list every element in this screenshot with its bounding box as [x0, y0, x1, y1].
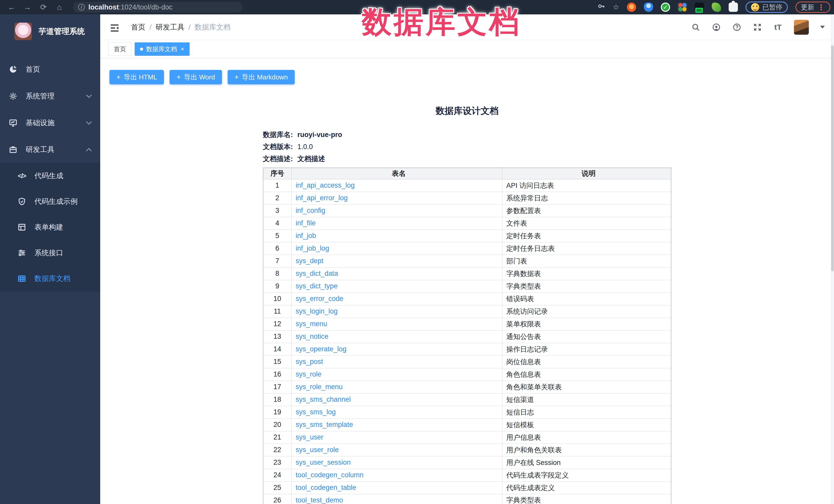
table-name-link[interactable]: inf_job_log — [296, 244, 329, 252]
table-name-link[interactable]: sys_sms_log — [296, 408, 336, 416]
sidebar-item-label: 基础设施 — [26, 118, 54, 128]
tab-db-doc[interactable]: 数据库文档 × — [135, 42, 190, 56]
sidebar-item-system[interactable]: 系统管理 — [0, 83, 100, 109]
row-index: 6 — [263, 242, 291, 255]
tab-home[interactable]: 首页 — [108, 42, 132, 56]
row-index: 20 — [263, 418, 291, 431]
browser-home-button[interactable]: ⌂ — [51, 0, 67, 15]
table-name-link[interactable]: inf_file — [296, 219, 316, 227]
active-dot-icon — [140, 47, 143, 51]
browser-menu-icon[interactable]: ⋮ — [817, 3, 825, 12]
table-name-link[interactable]: tool_codegen_table — [296, 484, 356, 491]
extensions-puzzle-icon[interactable] — [729, 3, 738, 12]
browser-reload-button[interactable]: ⟳ — [36, 0, 51, 15]
page-scrollbar[interactable] — [831, 15, 834, 504]
row-index: 9 — [263, 280, 291, 292]
navbar-actions: tT — [691, 20, 825, 35]
extension-icon[interactable] — [627, 3, 636, 12]
extension-check-icon[interactable]: ✓ — [661, 3, 670, 12]
sidebar-item-home[interactable]: 首页 — [0, 56, 100, 83]
field-label: 文档描述: — [263, 155, 293, 163]
extension-icon[interactable] — [644, 3, 653, 12]
fullscreen-icon[interactable] — [753, 23, 762, 32]
font-size-icon[interactable]: tT — [773, 23, 783, 32]
table-description: 角色信息表 — [502, 368, 671, 381]
sidebar-item-infra[interactable]: 基础设施 — [0, 109, 100, 136]
table-name-link[interactable]: sys_sms_template — [296, 421, 353, 429]
table-row: 8 sys_dict_data 字典数据表 — [263, 267, 671, 280]
bookmark-star-icon[interactable]: ☆ — [613, 3, 619, 12]
paused-extension-chip[interactable]: 已暂停 — [746, 2, 788, 13]
avatar[interactable] — [794, 20, 809, 35]
breadcrumb-home[interactable]: 首页 — [131, 22, 146, 32]
table-name-link[interactable]: sys_dept — [296, 257, 324, 265]
sidebar-item-form-builder[interactable]: 表单构建 — [0, 214, 100, 240]
table-row: 5 inf_job 定时任务表 — [263, 229, 671, 242]
chevron-down-icon — [86, 119, 92, 125]
table-row: 11 sys_login_log 系统访问记录 — [263, 305, 671, 318]
table-name-link[interactable]: sys_user — [296, 433, 324, 441]
table-name-link[interactable]: sys_user_session — [296, 459, 351, 466]
table-name-link[interactable]: sys_sms_channel — [296, 396, 351, 403]
sidebar-item-codegen[interactable]: </> 代码生成 — [0, 163, 100, 189]
extension-leaf-icon[interactable] — [712, 3, 721, 12]
table-name-link[interactable]: sys_role — [296, 370, 322, 378]
sidebar-item-label: 研发工具 — [26, 145, 54, 154]
scrollbar-thumb[interactable] — [831, 45, 834, 271]
github-icon[interactable] — [712, 23, 721, 32]
table-name-link[interactable]: sys_post — [296, 358, 323, 366]
table-name-link[interactable]: inf_config — [296, 206, 326, 214]
table-icon — [17, 274, 27, 284]
site-info-icon[interactable]: i — [78, 4, 85, 10]
table-name-link[interactable]: inf_job — [296, 232, 316, 240]
breadcrumb-devtools[interactable]: 研发工具 — [156, 22, 184, 32]
sidebar-item-codegen-demo[interactable]: 代码生成示例 — [0, 189, 100, 214]
extension-grid-icon[interactable] — [678, 3, 687, 12]
row-index: 4 — [263, 217, 291, 229]
table-name-link[interactable]: sys_login_log — [296, 307, 338, 315]
help-icon[interactable] — [732, 23, 742, 32]
update-label: 更新 — [801, 3, 814, 12]
collapse-sidebar-icon[interactable] — [109, 23, 120, 31]
field-value: ruoyi-vue-pro — [298, 131, 342, 138]
table-description: 短信日志 — [502, 406, 671, 418]
dashboard-icon — [8, 65, 18, 74]
toolbox-icon — [8, 145, 18, 154]
url-path: :1024/tool/db-doc — [119, 3, 173, 11]
table-name-link[interactable]: tool_test_demo — [296, 496, 343, 504]
table-name-link[interactable]: tool_codegen_column — [296, 471, 364, 479]
table-row: 23 sys_user_session 用户在线 Session — [263, 456, 671, 469]
export-button[interactable]: + 导出 HTML — [109, 70, 164, 84]
sidebar-item-devtools[interactable]: 研发工具 — [0, 136, 100, 163]
table-name-link[interactable]: sys_error_code — [296, 295, 344, 303]
table-name-link[interactable]: sys_role_menu — [296, 383, 343, 391]
sidebar-item-db-doc[interactable]: 数据库文档 — [0, 266, 100, 291]
table-name-link[interactable]: sys_operate_log — [296, 345, 347, 353]
table-name-link[interactable]: sys_dict_data — [296, 270, 338, 277]
tab-label: 数据库文档 — [146, 45, 177, 53]
key-icon[interactable] — [597, 2, 605, 12]
table-row: 3 inf_config 参数配置表 — [263, 204, 671, 217]
extension-on-icon[interactable]: on — [695, 3, 704, 12]
sidebar-item-api[interactable]: 系统接口 — [0, 240, 100, 266]
table-name-link[interactable]: inf_api_access_log — [296, 181, 355, 189]
export-button[interactable]: + 导出 Word — [170, 70, 222, 84]
close-icon[interactable]: × — [181, 46, 184, 52]
address-bar[interactable]: i localhost:1024/tool/db-doc — [73, 2, 243, 13]
table-name-link[interactable]: sys_user_role — [296, 446, 339, 454]
table-name-link[interactable]: sys_notice — [296, 333, 329, 340]
avatar-caret-icon[interactable] — [820, 26, 825, 28]
browser-back-button[interactable]: ← — [4, 0, 20, 15]
table-name-link[interactable]: inf_api_error_log — [296, 194, 348, 202]
main-area: 首页 / 研发工具 / 数据库文档 tT — [100, 15, 834, 504]
table-name-link[interactable]: sys_dict_type — [296, 282, 338, 290]
browser-update-button[interactable]: 更新 ⋮ — [795, 2, 830, 13]
export-button[interactable]: + 导出 Markdown — [228, 70, 295, 84]
table-description: 角色和菜单关联表 — [502, 381, 671, 393]
table-name-link[interactable]: sys_menu — [296, 320, 327, 328]
search-icon[interactable] — [691, 23, 700, 32]
browser-forward-button[interactable]: → — [20, 0, 36, 15]
row-index: 12 — [263, 318, 291, 330]
table-row: 20 sys_sms_template 短信模板 — [263, 418, 671, 431]
table-description: 错误码表 — [502, 292, 671, 305]
